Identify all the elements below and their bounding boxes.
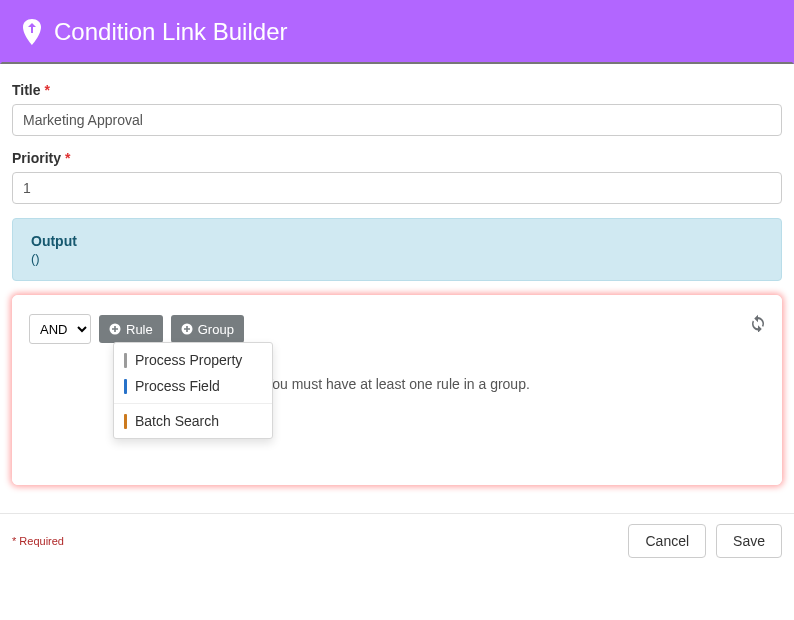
plus-circle-icon (109, 323, 121, 335)
refresh-icon[interactable] (749, 314, 767, 335)
dropdown-item-process-property[interactable]: Process Property (114, 347, 272, 373)
required-star: * (65, 150, 70, 166)
required-note: * Required (12, 535, 64, 547)
plus-circle-icon (181, 323, 193, 335)
footer-actions: Cancel Save (628, 524, 782, 558)
rule-type-dropdown: Process Property Process Field Batch Sea… (113, 342, 273, 439)
dropdown-separator (114, 403, 272, 404)
output-panel: Output () (12, 218, 782, 281)
logo-icon (20, 19, 44, 45)
save-button[interactable]: Save (716, 524, 782, 558)
title-group: Title * (12, 82, 782, 136)
app-header: Condition Link Builder (0, 0, 794, 64)
dropdown-item-batch-search[interactable]: Batch Search (114, 408, 272, 434)
footer: * Required Cancel Save (0, 514, 794, 568)
priority-input[interactable] (12, 172, 782, 204)
title-label: Title * (12, 82, 782, 98)
rules-panel: AND Rule Group You must have at least on… (12, 295, 782, 485)
priority-label: Priority * (12, 150, 782, 166)
page-title: Condition Link Builder (54, 18, 287, 46)
rules-empty-message: You must have at least one rule in a gro… (264, 376, 530, 392)
add-group-button[interactable]: Group (171, 315, 244, 343)
operator-select[interactable]: AND (29, 314, 91, 344)
rules-toolbar: AND Rule Group (29, 314, 765, 344)
output-heading: Output (31, 233, 763, 249)
priority-group: Priority * (12, 150, 782, 204)
add-rule-button[interactable]: Rule (99, 315, 163, 343)
title-input[interactable] (12, 104, 782, 136)
dropdown-item-process-field[interactable]: Process Field (114, 373, 272, 399)
marker-icon (124, 379, 127, 394)
output-value: () (31, 251, 763, 266)
required-star: * (44, 82, 49, 98)
form-content: Title * Priority * Output () AND Rule (0, 64, 794, 489)
marker-icon (124, 414, 127, 429)
cancel-button[interactable]: Cancel (628, 524, 706, 558)
marker-icon (124, 353, 127, 368)
